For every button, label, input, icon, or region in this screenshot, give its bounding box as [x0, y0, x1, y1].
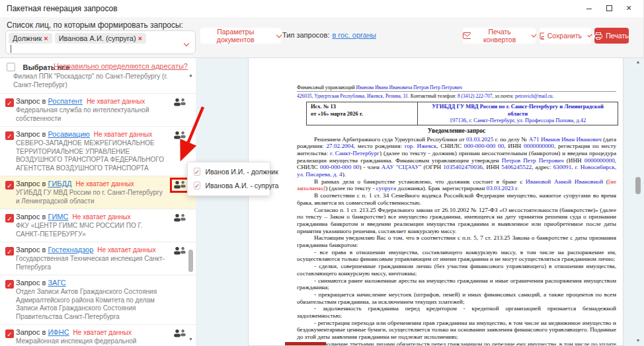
recipients-people-icon[interactable]	[173, 213, 186, 223]
persons-label: Список лиц, по которым формировать запро…	[7, 20, 183, 30]
chevron-down-icon[interactable]	[181, 38, 188, 50]
doc-addressee-name: УГИБДД ГУ МВД России по г. Санкт-Петербу…	[422, 103, 614, 117]
doc-contacts-line: 426035, Удмуртская Республика, Ижевск, Р…	[297, 93, 616, 99]
persons-multiselect[interactable]: Должник×Иванова А.И. (супруга)×	[5, 30, 196, 54]
doc-body: Решением Арбитражного суда Удмуртской Ре…	[297, 136, 616, 346]
list-scroll-thumb[interactable]	[188, 250, 193, 272]
main-area: Выбрать все Неправильно определяются адр…	[0, 58, 644, 346]
maximize-icon[interactable]	[604, 3, 614, 13]
item-agency-link[interactable]: Роспатент	[48, 97, 82, 105]
recipients-popup: ✓Иванов И.И. - должник✓Иванова А.И. - су…	[187, 162, 270, 196]
save-button[interactable]: Сохранить	[540, 28, 591, 44]
titlebar: Пакетная генерация запросов – ×	[0, 0, 643, 17]
missing-data-label: Не хватает данных	[72, 213, 130, 221]
item-subtitle: Государственная Техническая инспекция Са…	[16, 255, 167, 271]
item-subtitle: СЕВЕРО-ЗАПАДНОЕ МЕЖРЕГИОНАЛЬНОЕ ТЕРРИТОР…	[16, 139, 167, 172]
scroll-down-icon[interactable]: ▼	[633, 338, 643, 345]
list-scrollbar[interactable]: ▲ ▼	[187, 71, 194, 345]
missing-data-label: Не хватает данных	[94, 131, 152, 138]
recipients-people-icon[interactable]	[173, 131, 186, 141]
item-agency-link[interactable]: Росавиацию	[48, 130, 89, 138]
recipients-people-icon[interactable]	[173, 180, 186, 190]
person-tags: Должник×Иванова А.И. (супруга)×	[9, 33, 179, 44]
close-icon[interactable]: ×	[624, 3, 634, 13]
item-checkbox[interactable]: ✓	[5, 181, 14, 190]
person-tag: Должник×	[9, 33, 52, 44]
scroll-up-icon[interactable]: ▲	[187, 73, 194, 79]
item-subtitle: Отдел Записи Актов Гражданского Состояни…	[16, 288, 167, 321]
missing-data-label: Не хватает данных	[73, 329, 132, 336]
chevron-down-icon	[276, 32, 282, 38]
item-checkbox[interactable]: ✓	[5, 131, 14, 140]
item-agency-link[interactable]: ГИМС	[48, 213, 68, 221]
print-envelopes-button[interactable]: Печать конвертов	[463, 28, 536, 44]
document-preview-panel: Финансовый управляющий Иванова Ивана Ива…	[196, 58, 644, 346]
doc-manager-line: Финансовый управляющий Иванова Ивана Ива…	[297, 85, 616, 90]
request-item-гимс[interactable]: ✓Запрос в ГИМСНе хватает данныхФКУ «ЦЕНТ…	[0, 209, 196, 242]
scroll-down-icon[interactable]: ▼	[187, 337, 194, 343]
item-agency-link[interactable]: ЗАГС	[48, 279, 65, 287]
doc-title: Уведомление-запрос	[297, 127, 616, 134]
chevron-down-icon	[531, 32, 536, 38]
wrong-addressees-link[interactable]: Неправильно определяются адресаты?	[54, 62, 188, 70]
request-item-ифнс[interactable]: ✓Запрос в ИФНСНе хватает данныхМежрайонн…	[0, 324, 196, 346]
window-title: Пакетная генерация запросов	[7, 4, 118, 13]
request-item-роспатент[interactable]: ✓Запрос в РоспатентНе хватает данныхФеде…	[0, 93, 196, 126]
item-subtitle: УГИБДД ГУ МВД России по г. Санкт-Петербу…	[16, 189, 167, 205]
person-tag: Иванова А.И. (супруга)×	[55, 33, 146, 44]
popup-person-option[interactable]: ✓Иванова А.И. - супруга	[194, 182, 264, 190]
select-all-checkbox[interactable]	[7, 63, 15, 71]
chevron-down-icon	[587, 32, 592, 37]
envelope-icon	[463, 32, 471, 39]
recipients-people-icon[interactable]	[173, 246, 186, 256]
print-button[interactable]: Печать	[594, 28, 629, 44]
requests-list-panel: Выбрать все Неправильно определяются адр…	[0, 58, 196, 346]
item-checkbox[interactable]: ✓	[5, 280, 14, 289]
item-checkbox[interactable]: ✓	[5, 214, 14, 223]
toolbar: Список лиц, по которым формировать запро…	[0, 17, 643, 58]
remove-tag-icon[interactable]: ×	[44, 34, 48, 42]
item-agency-link[interactable]: ГИБДД	[48, 180, 71, 188]
item-agency-link[interactable]: Гостехнадзор	[48, 246, 93, 254]
doc-ref-number: Исх. № 13	[311, 103, 413, 110]
item-subtitle: ФКУ «ЦЕНТР ГИМС МЧС РОССИИ ПО Г. САНКТ-П…	[16, 222, 167, 238]
item-agency-link[interactable]: ИФНС	[48, 328, 69, 336]
remove-tag-icon[interactable]: ×	[138, 34, 142, 42]
recipients-people-icon[interactable]	[173, 98, 186, 108]
item-subtitle: Межрайонная инспекция федеральной налого…	[16, 337, 167, 346]
popup-checkbox[interactable]: ✓	[194, 182, 200, 190]
request-type-link[interactable]: в гос. органы	[332, 31, 376, 39]
request-item-гибдд[interactable]: ✓Запрос в ГИБДДНе хватает данныхУГИБДД Г…	[0, 176, 196, 209]
item-subtitle: Федеральная служба по интеллектуальной с…	[16, 106, 167, 123]
text-caret	[11, 45, 11, 53]
request-item-гостехнадзор[interactable]: ✓Запрос в ГостехнадзорНе хватает данныхГ…	[0, 242, 196, 275]
missing-data-label: Не хватает данных	[87, 98, 145, 105]
clipped-list-item-top[interactable]: Филиал ППК "Роскадастр" по Санкт-Петербу…	[0, 71, 196, 93]
popup-person-option[interactable]: ✓Иванов И.И. - должник	[194, 168, 264, 176]
request-item-росавиацию[interactable]: ✓Запрос в РосавиациюНе хватает данныхСЕВ…	[0, 126, 196, 176]
preview-scrollbar[interactable]: ▲ ▼	[633, 58, 643, 346]
batch-request-window: Пакетная генерация запросов – × Список л…	[0, 0, 644, 346]
minimize-icon[interactable]: –	[584, 3, 594, 13]
clipped-red-text	[285, 342, 326, 345]
save-icon	[540, 32, 544, 40]
doc-addressee-address: 197136, г. Санкт-Петербург, ул. Профессо…	[422, 117, 614, 124]
doc-divider	[297, 91, 616, 92]
request-type-label: Тип запросов:	[282, 31, 329, 39]
recipients-people-icon[interactable]	[173, 329, 186, 339]
doc-ref-date: от «16» марта 2026 г.	[311, 110, 413, 118]
scroll-up-icon[interactable]: ▲	[633, 59, 643, 66]
item-checkbox[interactable]: ✓	[5, 98, 14, 107]
doc-ref-table: Исх. № 13 от «16» марта 2026 г. УГИБДД Г…	[306, 102, 618, 125]
document-page: Финансовый управляющий Иванова Ивана Ива…	[248, 58, 624, 346]
item-checkbox[interactable]: ✓	[5, 247, 14, 256]
preview-scroll-thumb[interactable]	[635, 177, 641, 194]
printer-icon	[594, 32, 602, 40]
document-params-button[interactable]: Параметры документов	[200, 28, 281, 44]
popup-checkbox[interactable]: ✓	[194, 168, 200, 176]
missing-data-label: Не хватает данных	[97, 246, 155, 254]
missing-data-label: Не хватает данных	[75, 180, 134, 188]
request-item-загс[interactable]: ✓Запрос в ЗАГСОтдел Записи Актов Граждан…	[0, 275, 196, 324]
item-checkbox[interactable]: ✓	[5, 329, 14, 338]
